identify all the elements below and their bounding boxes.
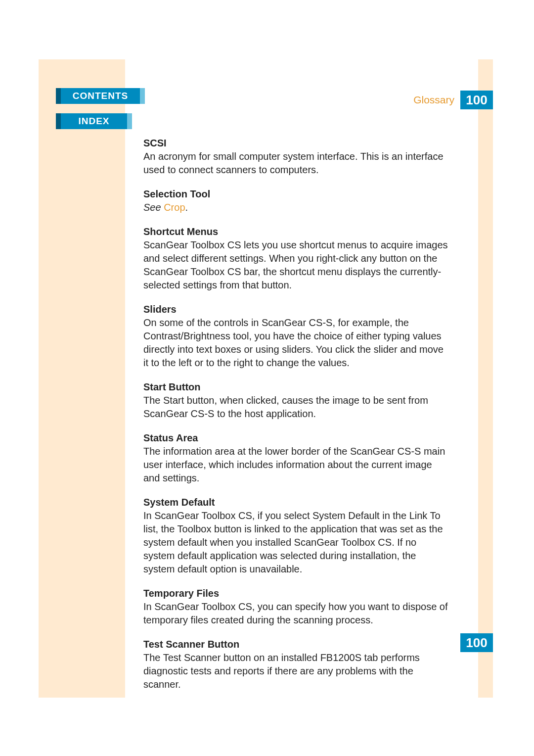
term: Test Scanner Button [143, 639, 450, 650]
definition: The Start button, when clicked, causes t… [143, 394, 450, 421]
entry-system-default: System Default In ScanGear Toolbox CS, i… [143, 497, 450, 576]
contents-cap-left [56, 88, 61, 104]
page: CONTENTS INDEX Glossary 100 SCSI An acro… [0, 0, 534, 756]
entry-sliders: Sliders On some of the controls in ScanG… [143, 304, 450, 370]
see-prefix: See [143, 202, 164, 213]
contents-button[interactable]: CONTENTS [61, 88, 140, 104]
term: Temporary Files [143, 588, 450, 599]
entry-test-scanner-button: Test Scanner Button The Test Scanner but… [143, 639, 450, 691]
see-suffix: . [185, 202, 188, 213]
index-cap-right [127, 113, 132, 129]
definition: ScanGear Toolbox CS lets you use shortcu… [143, 238, 450, 292]
entry-temporary-files: Temporary Files In ScanGear Toolbox CS, … [143, 588, 450, 627]
crop-link[interactable]: Crop [164, 202, 185, 213]
term: Sliders [143, 304, 450, 315]
contents-cap-right [140, 88, 145, 104]
right-sidebar [478, 59, 493, 698]
left-sidebar [39, 59, 125, 698]
page-number-top: 100 [460, 91, 493, 109]
index-cap-left [56, 113, 61, 129]
definition: See Crop. [143, 201, 450, 214]
entry-scsi: SCSI An acronym for small computer syste… [143, 138, 450, 177]
term: Start Button [143, 381, 450, 393]
index-button[interactable]: INDEX [61, 113, 127, 129]
glossary-content: SCSI An acronym for small computer syste… [143, 138, 450, 703]
term: System Default [143, 497, 450, 508]
section-label: Glossary [413, 94, 454, 106]
entry-start-button: Start Button The Start button, when clic… [143, 381, 450, 421]
header-right: Glossary 100 [413, 91, 493, 109]
term: SCSI [143, 138, 450, 149]
term: Status Area [143, 432, 450, 444]
definition: In ScanGear Toolbox CS, you can specify … [143, 600, 450, 627]
definition: An acronym for small computer system int… [143, 150, 450, 177]
definition: The Test Scanner button on an installed … [143, 651, 450, 691]
term: Shortcut Menus [143, 226, 450, 237]
definition: In ScanGear Toolbox CS, if you select Sy… [143, 509, 450, 576]
entry-shortcut-menus: Shortcut Menus ScanGear Toolbox CS lets … [143, 226, 450, 292]
definition: On some of the controls in ScanGear CS-S… [143, 316, 450, 370]
definition: The information area at the lower border… [143, 445, 450, 485]
page-number-bottom: 100 [460, 633, 493, 652]
term: Selection Tool [143, 189, 450, 200]
entry-status-area: Status Area The information area at the … [143, 432, 450, 485]
entry-selection-tool: Selection Tool See Crop. [143, 189, 450, 214]
